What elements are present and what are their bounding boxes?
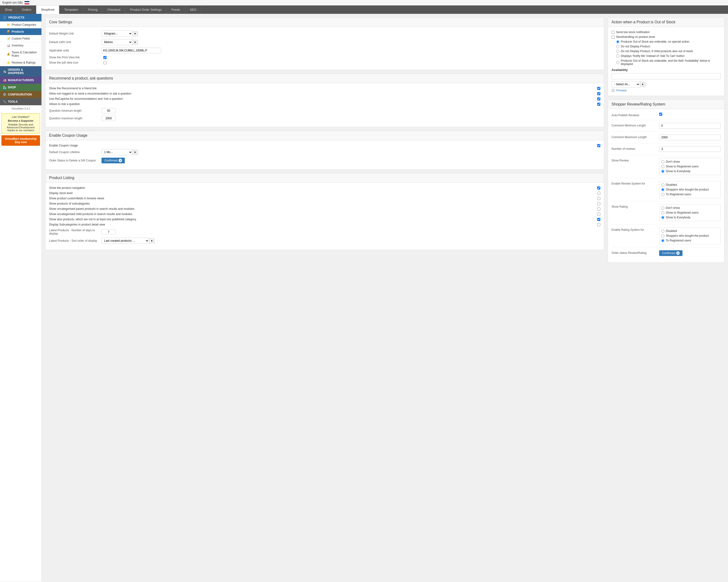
auto-publish-checkbox[interactable] [659, 113, 662, 116]
tab-pricing[interactable]: Pricing [83, 5, 103, 14]
stock-radio-3[interactable] [616, 55, 619, 58]
tab-shop[interactable]: Shop [0, 5, 17, 14]
coupon-lifetime-select[interactable]: 1 Mo... [102, 149, 132, 155]
recommend-product-title: Recommend a product, ask questions [46, 74, 604, 83]
preview-link[interactable]: Preview [616, 89, 626, 92]
coupon-title: Enable Coupon Usage [46, 131, 604, 140]
display-stock-checkbox[interactable] [597, 192, 600, 195]
allow-non-logged-label: Allow non logged-in to send a recommenda… [49, 92, 595, 95]
enable-review-radio-0[interactable] [661, 183, 665, 186]
allow-non-logged-checkbox[interactable] [597, 92, 600, 95]
sidebar-item-reviews[interactable]: ⭐ Reviews & Ratings [0, 59, 42, 66]
coupon-lifetime-arrow[interactable]: ▼ [132, 150, 138, 155]
show-review-radio-2[interactable] [661, 170, 665, 173]
send-notification-label: Send low stock notification [616, 30, 650, 34]
enable-review-radio-1[interactable] [661, 188, 665, 191]
buy-membership-button[interactable]: VirtueMart membership Buy now [1, 135, 40, 146]
order-status-review-clear-icon[interactable]: ✕ [676, 252, 680, 255]
select-image-select[interactable]: - Select Im... [612, 81, 640, 87]
tab-templates[interactable]: Templates [59, 5, 83, 14]
tab-shopfront[interactable]: Shopfront [36, 5, 59, 14]
show-recommend-checkbox[interactable] [597, 87, 600, 90]
order-status-gift-clear-icon[interactable]: ✕ [119, 159, 122, 162]
comment-min-input[interactable] [659, 123, 721, 129]
show-rating-control: Don't show Show to Registered users Show… [659, 204, 721, 221]
latest-days-row: Latest Products - Number of days to disp… [49, 229, 600, 235]
select-image-select-wrap: - Select Im... ▼ [612, 81, 721, 87]
display-subcategories-checkbox[interactable] [597, 223, 600, 226]
sidebar-item-product-categories[interactable]: 📁 Product Categories [0, 21, 42, 28]
sidebar-section-manufacturers[interactable]: 🏭 MANUFACTURERS [0, 77, 42, 84]
version-box: VirtueMart 3.4.2 [0, 105, 42, 112]
number-reviews-input[interactable] [659, 146, 721, 152]
latest-sort-select[interactable]: Last created products ... [102, 238, 149, 244]
sidebar-section-products[interactable]: 🛒 PRODUCTS [0, 14, 42, 21]
number-reviews-label: Number of reviews [612, 146, 659, 151]
latest-days-input[interactable] [102, 229, 116, 235]
latest-sort-select-wrap: Last created products ... ▼ [102, 238, 155, 244]
show-uncategorised-parent-checkbox[interactable] [597, 207, 600, 211]
stockhandling-checkbox[interactable] [612, 35, 615, 38]
show-review-option-1: Show to Registered users [661, 165, 719, 168]
send-notification-checkbox[interactable] [612, 31, 615, 34]
use-recaptcha-checkbox[interactable] [597, 98, 600, 101]
sidebar-section-config[interactable]: ⚙️ CONFIGURATION [0, 91, 42, 98]
order-status-review-row: Order status Review/Rating Confirmed ✕ [612, 250, 721, 259]
show-not-published-checkbox[interactable] [597, 218, 600, 221]
show-customfields-checkbox[interactable] [597, 197, 600, 200]
sidebar-section-shop[interactable]: 🏪 SHOP [0, 84, 42, 91]
show-pdf-icon-checkbox[interactable] [103, 61, 106, 64]
question-min-input[interactable] [102, 108, 116, 113]
question-max-input[interactable] [102, 116, 116, 121]
availability-input[interactable] [612, 73, 721, 79]
default-weight-select[interactable]: Kilogram... [102, 30, 132, 37]
show-review-radio-1[interactable] [661, 165, 665, 168]
latest-sort-arrow[interactable]: ▼ [149, 238, 155, 243]
sidebar-item-taxes[interactable]: 💰 Taxes & Calculation Rules [0, 49, 42, 59]
sidebar-item-products[interactable]: 📦 Products [0, 28, 42, 35]
sidebar-item-custom-fields[interactable]: 📝 Custom Fields [0, 35, 42, 42]
stock-option-4-label: Products Out of Stock are orderable, and… [621, 59, 721, 66]
coupon-body: Enable Coupon Usage Default Coupon Lifet… [46, 140, 604, 169]
show-review-radio-0[interactable] [661, 160, 665, 163]
enable-coupon-checkbox[interactable] [597, 144, 600, 147]
applicable-units-input[interactable] [102, 48, 161, 53]
enable-review-radio-2[interactable] [661, 193, 665, 196]
show-subcategories-checkbox[interactable] [597, 202, 600, 205]
allows-ask-checkbox[interactable] [597, 103, 600, 106]
tab-product-order-settings[interactable]: Product Order Settings [125, 5, 166, 14]
stock-radio-0[interactable] [616, 40, 619, 43]
sidebar-section-orders[interactable]: 🛍️ ORDERS & SHOPPERS [0, 66, 42, 77]
tab-checkout[interactable]: Checkout [102, 5, 125, 14]
lwh-arrow-btn[interactable]: ▼ [132, 40, 138, 45]
enable-rating-radio-1[interactable] [661, 234, 665, 237]
order-status-gift-button[interactable]: Confirmed ✕ [102, 158, 125, 163]
default-lwh-select[interactable]: Metres [102, 39, 132, 45]
tab-seo[interactable]: SEO [185, 5, 201, 14]
comment-max-input[interactable] [659, 135, 721, 140]
sidebar-item-inventory[interactable]: 📊 Inventory [0, 42, 42, 49]
show-rating-radio-1[interactable] [661, 211, 665, 214]
show-print-view-checkbox[interactable] [103, 56, 106, 59]
show-recommend-label: Show the Recommend to a friend link [49, 87, 595, 90]
show-rating-radio-2[interactable] [661, 216, 665, 219]
enable-rating-radio-0[interactable] [661, 230, 665, 233]
sidebar-section-tools[interactable]: 🔧 TOOLS [0, 98, 42, 105]
weight-arrow-btn[interactable]: ▼ [132, 31, 138, 36]
stock-radio-1[interactable] [616, 45, 619, 48]
show-rating-option-2-label: Show to Everybody [666, 216, 691, 219]
stock-radio-2[interactable] [616, 50, 619, 53]
stock-radio-4[interactable] [616, 61, 619, 64]
comment-max-control [659, 135, 721, 140]
product-listing-body: Show the product navigation Display stoc… [46, 183, 604, 250]
enable-rating-radio-2[interactable] [661, 239, 665, 242]
comment-min-control [659, 123, 721, 129]
show-uncategorised-child-checkbox[interactable] [597, 213, 600, 216]
tab-orders[interactable]: Orders [17, 5, 36, 14]
applicable-units-label: Applicable units [49, 49, 102, 52]
order-status-review-button[interactable]: Confirmed ✕ [659, 250, 682, 256]
select-image-arrow[interactable]: ▼ [640, 82, 646, 87]
show-navigation-checkbox[interactable] [597, 186, 600, 189]
tab-feeds[interactable]: Feeds [167, 5, 185, 14]
show-rating-radio-0[interactable] [661, 207, 665, 210]
